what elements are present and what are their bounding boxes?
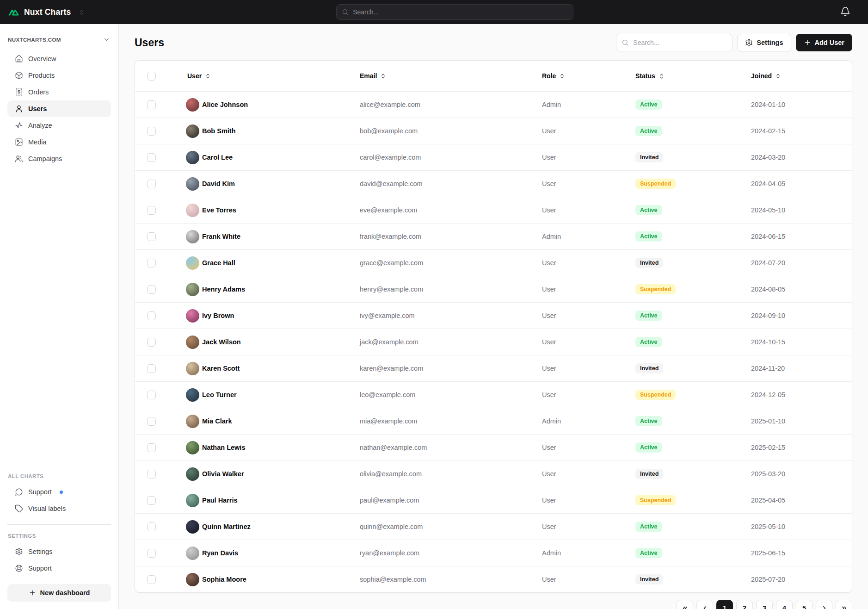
sidebar-item-campaigns[interactable]: Campaigns [7,150,111,167]
brand-switcher-icon[interactable] [79,9,85,15]
joined-date: 2024-04-05 [751,180,852,187]
sidebar-item-analyze[interactable]: Analyze [7,117,111,134]
row-checkbox[interactable] [147,391,156,399]
row-checkbox[interactable] [147,311,156,320]
search-icon [342,8,349,16]
page-header: Users Settings Add User [135,33,852,52]
pagination-last[interactable] [836,600,852,609]
pagination-first[interactable] [677,600,693,609]
table-row: Quinn Martinez quinn@example.com User Ac… [135,513,852,540]
joined-date: 2024-03-20 [751,154,852,161]
row-checkbox[interactable] [147,259,156,267]
sidebar-item-support[interactable]: Support [7,560,111,577]
sidebar: NUXTCHARTS.COM Overview Products Orders … [0,24,119,609]
user-role: User [542,576,635,583]
settings-button[interactable]: Settings [737,34,791,51]
row-checkbox[interactable] [147,496,156,505]
row-checkbox[interactable] [147,575,156,584]
row-checkbox[interactable] [147,153,156,162]
sidebar-item-support[interactable]: Support [7,484,111,500]
pagination-next[interactable] [816,600,832,609]
table-row: Alice Johnson alice@example.com Admin Ac… [135,91,852,118]
row-checkbox[interactable] [147,443,156,452]
main-content: Users Settings Add User [119,24,868,609]
joined-date: 2024-01-10 [751,101,852,108]
table-row: Jack Wilson jack@example.com User Active… [135,329,852,355]
pagination-page-2[interactable]: 2 [736,600,753,609]
table-row: Ivy Brown ivy@example.com User Active 20… [135,302,852,329]
status-badge: Invited [635,574,663,584]
sidebar-item-products[interactable]: Products [7,67,111,84]
select-all-checkbox[interactable] [147,72,156,81]
user-name: Eve Torres [202,206,236,214]
user-icon [15,105,23,113]
column-header-user[interactable]: User [186,72,360,80]
table-row: Sophia Moore sophia@example.com User Inv… [135,566,852,592]
sidebar-item-orders[interactable]: Orders [7,84,111,100]
row-checkbox[interactable] [147,470,156,478]
global-search-input[interactable] [353,8,568,16]
row-checkbox[interactable] [147,549,156,558]
pagination-page-1[interactable]: 1 [716,600,733,609]
sidebar-item-overview[interactable]: Overview [7,50,111,67]
workspace-selector[interactable]: NUXTCHARTS.COM [7,36,111,43]
pagination-prev[interactable] [696,600,713,609]
chevron-down-icon [103,36,110,43]
header-actions: Settings Add User [616,34,852,51]
user-role: Admin [542,417,635,425]
plus-icon [29,589,36,597]
main-navigation: Overview Products Orders Users Analyze M… [7,50,111,167]
pagination-page-5[interactable]: 5 [796,600,813,609]
user-name: David Kim [202,180,235,187]
user-role: User [542,206,635,214]
row-checkbox[interactable] [147,206,156,215]
sidebar-item-settings[interactable]: Settings [7,543,111,560]
row-checkbox[interactable] [147,338,156,347]
add-user-button[interactable]: Add User [796,34,852,51]
sidebar-item-users[interactable]: Users [7,100,111,117]
sidebar-item-media[interactable]: Media [7,134,111,150]
table-row: Paul Harris paul@example.com User Suspen… [135,487,852,513]
status-badge: Active [635,416,662,426]
pagination-page-3[interactable]: 3 [756,600,773,609]
search-icon [622,39,629,46]
avatar [186,573,199,586]
status-badge: Active [635,126,662,136]
row-checkbox[interactable] [147,100,156,109]
row-checkbox[interactable] [147,417,156,426]
status-badge: Active [635,231,662,242]
new-dashboard-button[interactable]: New dashboard [7,584,111,602]
sort-icon [659,73,665,79]
user-name: Olivia Walker [202,470,244,478]
joined-date: 2024-07-20 [751,259,852,267]
column-header-status[interactable]: Status [635,72,751,80]
user-name: Ryan Davis [202,549,238,557]
chevrons-right-icon [841,605,848,609]
notifications-button[interactable] [840,6,850,17]
sidebar-item-visual-labels[interactable]: Visual labels [7,500,111,517]
user-name: Quinn Martinez [202,523,251,530]
users-table-card: User Email Role Status Joined Alice John… [135,60,852,593]
row-checkbox[interactable] [147,364,156,373]
chevrons-left-icon [682,605,689,609]
row-checkbox[interactable] [147,232,156,241]
row-checkbox[interactable] [147,285,156,294]
joined-date: 2024-11-20 [751,365,852,372]
user-email: karen@example.com [360,365,542,372]
user-email: paul@example.com [360,497,542,504]
avatar [186,177,199,191]
status-badge: Suspended [635,495,676,505]
users-icon [15,155,23,163]
row-checkbox[interactable] [147,180,156,188]
pagination-page-4[interactable]: 4 [776,600,793,609]
table-search-input[interactable] [616,34,733,51]
row-checkbox[interactable] [147,127,156,136]
user-email: jack@example.com [360,338,542,346]
table-row: Leo Turner leo@example.com User Suspende… [135,381,852,408]
joined-date: 2024-06-15 [751,233,852,240]
column-header-email[interactable]: Email [360,72,542,80]
column-header-joined[interactable]: Joined [751,72,852,80]
column-header-role[interactable]: Role [542,72,635,80]
row-checkbox[interactable] [147,522,156,531]
sidebar-item-label: Campaigns [28,155,62,162]
